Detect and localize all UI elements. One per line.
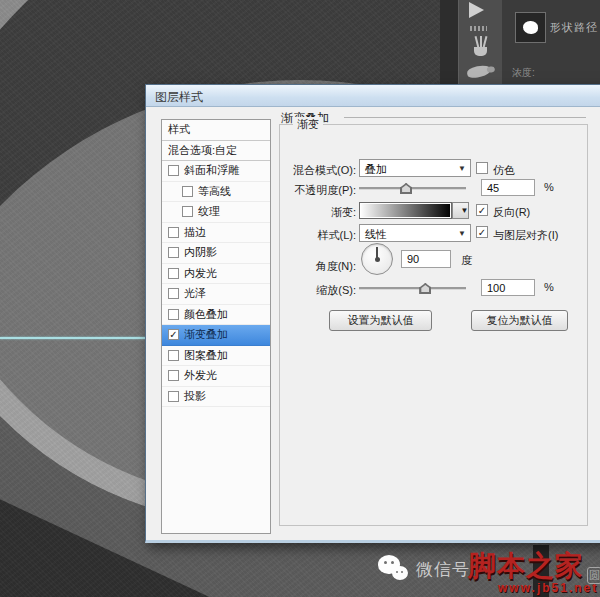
set-default-button[interactable]: 设置为默认值 [329, 310, 432, 331]
screenshot-root: 形状路径 浓度: 图层样式 样式 混合选项:自定 斜面和浮雕 等高线 [0, 0, 600, 597]
slider-groove [359, 287, 466, 290]
cyan-guide-line [0, 337, 148, 339]
scale-label: 缩放(S): [226, 283, 356, 298]
angle-hub [375, 257, 380, 262]
brush-cup-icon[interactable] [471, 36, 491, 58]
sidebar-item-gradient-overlay[interactable]: ✓ 渐变叠加 [162, 325, 270, 346]
angle-unit: 度 [461, 253, 472, 268]
scale-slider[interactable] [359, 281, 466, 295]
gradient-picker-button[interactable]: ▼ [452, 202, 469, 219]
dither-checkbox[interactable] [476, 162, 488, 174]
watermark: 微信号 脚本之家 www.jb51.net 圆 [376, 549, 600, 597]
align-layer-checkbox[interactable]: ✓ [476, 226, 488, 238]
shape-path-panel: 形状路径 浓度: [502, 0, 600, 86]
checkbox[interactable] [168, 227, 179, 238]
reverse-checkbox[interactable]: ✓ [476, 204, 488, 216]
scale-value-field[interactable]: 100 [481, 279, 535, 296]
checkbox[interactable] [168, 370, 179, 381]
sidebar-item-pattern-overlay[interactable]: 图案叠加 [162, 346, 270, 367]
style-label: 样式(L): [226, 228, 356, 243]
gradient-label: 渐变: [226, 205, 356, 220]
dialog-body: 样式 混合选项:自定 斜面和浮雕 等高线 纹理 描边 内阴影 [146, 107, 600, 540]
group-legend: 渐变 [293, 117, 323, 132]
sidebar-item-outer-glow[interactable]: 外发光 [162, 366, 270, 387]
checkbox[interactable] [182, 206, 193, 217]
brand-name: 脚本之家 [468, 547, 584, 585]
angle-dial[interactable] [361, 243, 393, 275]
opacity-slider[interactable] [359, 181, 466, 195]
shape-path-label: 形状路径 [550, 20, 598, 35]
brand-url: www.jb51.net [498, 581, 598, 595]
reset-default-button[interactable]: 复位为默认值 [471, 310, 568, 331]
shape-blob-icon [523, 21, 538, 34]
play-triangle-icon[interactable] [469, 2, 484, 18]
brand-seal: 圆 [587, 567, 600, 584]
dialog-titlebar[interactable]: 图层样式 [146, 85, 600, 107]
panel-separator [440, 0, 458, 86]
dither-label: 仿色 [493, 163, 515, 178]
blend-mode-label: 混合模式(O): [226, 163, 356, 178]
blend-mode-dropdown[interactable]: 叠加 ▼ [359, 159, 471, 177]
gradient-preview[interactable] [359, 202, 452, 219]
sidebar-item-drop-shadow[interactable]: 投影 [162, 387, 270, 408]
chevron-down-icon: ▼ [458, 229, 466, 238]
checkbox[interactable] [168, 247, 179, 258]
opacity-label: 不透明度(P): [226, 183, 356, 198]
styles-list: 样式 混合选项:自定 斜面和浮雕 等高线 纹理 描边 内阴影 [161, 119, 271, 534]
checkbox[interactable] [168, 350, 179, 361]
wechat-label: 微信号 [416, 558, 470, 581]
layer-style-dialog: 图层样式 样式 混合选项:自定 斜面和浮雕 等高线 纹理 [145, 84, 600, 543]
slider-thumb[interactable] [419, 283, 431, 294]
checkbox[interactable] [182, 186, 193, 197]
checkbox[interactable] [168, 309, 179, 320]
checkbox[interactable] [168, 288, 179, 299]
dialog-title: 图层样式 [155, 89, 203, 106]
opacity-unit: % [544, 181, 554, 193]
checkbox[interactable] [168, 391, 179, 402]
slider-groove [359, 187, 466, 190]
sidebar-item-blending-options[interactable]: 混合选项:自定 [162, 141, 270, 162]
wechat-icon [378, 555, 412, 587]
checkbox[interactable] [168, 165, 179, 176]
section-rule [344, 117, 586, 118]
reverse-label: 反向(R) [493, 205, 530, 220]
shape-thumbnail[interactable] [515, 12, 546, 43]
align-layer-label: 与图层对齐(I) [493, 228, 558, 243]
sidebar-item-styles[interactable]: 样式 [162, 120, 270, 141]
opacity-value-field[interactable]: 45 [481, 179, 535, 196]
panel-mini-text [470, 26, 487, 31]
checkbox-checked[interactable]: ✓ [168, 329, 179, 340]
chevron-down-icon: ▼ [458, 164, 466, 173]
tools-panel [458, 0, 503, 86]
scale-unit: % [544, 281, 554, 293]
chevron-down-icon: ▼ [461, 203, 469, 218]
smudge-tool-icon[interactable] [466, 64, 492, 80]
density-label: 浓度: [512, 66, 535, 80]
sidebar-item-color-overlay[interactable]: 颜色叠加 [162, 305, 270, 326]
style-dropdown[interactable]: 线性 ▼ [359, 224, 471, 242]
angle-value-field[interactable]: 90 [401, 250, 451, 268]
slider-thumb[interactable] [400, 183, 412, 194]
checkbox[interactable] [168, 268, 179, 279]
angle-label: 角度(N): [226, 259, 356, 274]
